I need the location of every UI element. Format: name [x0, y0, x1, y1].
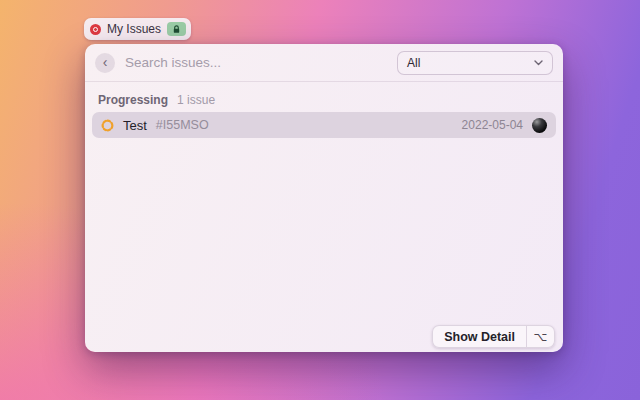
issue-id: #I55MSO [156, 118, 209, 132]
app-window: ‹ All Progressing 1 issue Test #I55MSO 2… [85, 44, 563, 352]
issue-app-icon [90, 24, 101, 35]
in-progress-circle-icon [101, 119, 114, 132]
show-detail-label: Show Detail [433, 326, 527, 347]
back-chevron-icon: ‹ [103, 53, 108, 71]
tab-label: My Issues [107, 22, 161, 36]
user-avatar [532, 118, 547, 133]
section-count: 1 issue [177, 93, 215, 107]
filter-dropdown[interactable]: All [397, 51, 553, 75]
search-input[interactable] [125, 55, 397, 70]
section-title: Progressing [98, 93, 168, 107]
shortcut-key-icon: ⌥ [527, 326, 554, 347]
chevron-down-icon [534, 60, 543, 66]
my-issues-tab[interactable]: My Issues [84, 18, 191, 40]
lock-icon [167, 22, 186, 36]
section-header: Progressing 1 issue [98, 93, 550, 107]
filter-selected-value: All [407, 56, 420, 70]
back-button[interactable]: ‹ [95, 53, 115, 73]
issue-list-item[interactable]: Test #I55MSO 2022-05-04 [92, 112, 556, 138]
show-detail-button[interactable]: Show Detail ⌥ [432, 325, 555, 348]
search-bar: ‹ All [85, 44, 563, 82]
issue-title: Test [123, 118, 147, 133]
issue-date: 2022-05-04 [462, 118, 523, 132]
